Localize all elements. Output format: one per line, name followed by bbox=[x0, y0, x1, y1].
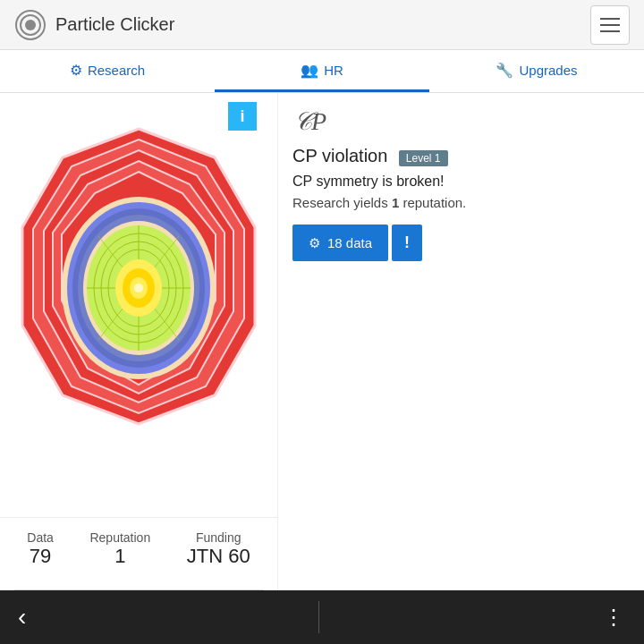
hamburger-line bbox=[600, 30, 620, 32]
stats-bar: Data 79 Reputation 1 Funding JTN 60 bbox=[0, 517, 277, 580]
alert-icon: ! bbox=[404, 233, 410, 251]
app-title: Particle Clicker bbox=[55, 14, 174, 35]
hamburger-button[interactable] bbox=[590, 5, 630, 45]
hr-tab-label: HR bbox=[324, 63, 343, 78]
upgrades-tab-label: Upgrades bbox=[519, 63, 577, 78]
hamburger-line bbox=[600, 24, 620, 26]
more-button[interactable]: ⋮ bbox=[603, 605, 626, 630]
app-logo-icon bbox=[14, 9, 47, 41]
bottom-nav: ‹ ⋮ bbox=[0, 590, 644, 644]
data-value: 79 bbox=[27, 545, 54, 568]
app-bar-left: Particle Clicker bbox=[14, 9, 174, 41]
cp-icon: 𝒞P bbox=[292, 107, 326, 137]
app-bar: Particle Clicker bbox=[0, 0, 644, 50]
svg-point-2 bbox=[25, 20, 36, 30]
tab-upgrades[interactable]: 🔧 Upgrades bbox=[429, 50, 644, 92]
reputation-label: Reputation bbox=[89, 530, 150, 545]
desc-bold: 1 bbox=[392, 195, 399, 210]
reputation-value: 1 bbox=[89, 545, 150, 568]
info-button[interactable]: i bbox=[228, 102, 257, 131]
research-header: 𝒞P bbox=[292, 107, 630, 137]
research-subtitle: CP symmetry is broken! bbox=[292, 174, 630, 190]
level-badge: Level 1 bbox=[399, 150, 448, 166]
research-name: CP violation bbox=[292, 146, 387, 165]
research-title-row: CP violation Level 1 bbox=[292, 146, 630, 166]
tab-bar: ⚙ Research 👥 HR 🔧 Upgrades bbox=[0, 50, 644, 93]
particle-visualization[interactable] bbox=[13, 120, 264, 451]
upgrades-tab-icon: 🔧 bbox=[496, 62, 513, 79]
stat-reputation: Reputation 1 bbox=[89, 530, 150, 568]
gear-btn-icon: ⚙ bbox=[309, 235, 320, 251]
research-description: Research yields 1 reputation. bbox=[292, 195, 630, 210]
right-panel: 𝒞P CP violation Level 1 CP symmetry is b… bbox=[277, 93, 644, 590]
research-tab-label: Research bbox=[88, 63, 145, 78]
particle-svg bbox=[13, 120, 264, 451]
svg-point-24 bbox=[134, 284, 143, 292]
hamburger-line bbox=[600, 18, 620, 20]
desc-text: Research yields bbox=[292, 195, 388, 210]
alert-button[interactable]: ! bbox=[392, 225, 422, 261]
left-panel: i bbox=[0, 93, 277, 590]
back-button[interactable]: ‹ bbox=[18, 603, 26, 631]
data-button-label: 18 data bbox=[327, 235, 372, 250]
hr-tab-icon: 👥 bbox=[301, 62, 318, 79]
funding-label: Funding bbox=[187, 530, 250, 545]
research-tab-icon: ⚙ bbox=[70, 62, 82, 79]
stat-funding: Funding JTN 60 bbox=[187, 530, 250, 568]
action-buttons: ⚙ 18 data ! bbox=[292, 225, 630, 261]
tab-research[interactable]: ⚙ Research bbox=[0, 50, 215, 92]
info-icon: i bbox=[240, 107, 244, 126]
funding-value: JTN 60 bbox=[187, 545, 250, 568]
data-label: Data bbox=[27, 530, 54, 545]
desc-end: reputation. bbox=[402, 195, 466, 210]
data-button[interactable]: ⚙ 18 data bbox=[292, 225, 388, 261]
nav-divider bbox=[318, 601, 319, 633]
stat-data: Data 79 bbox=[27, 530, 54, 568]
tab-hr[interactable]: 👥 HR bbox=[215, 50, 429, 92]
main-content: i bbox=[0, 93, 644, 590]
